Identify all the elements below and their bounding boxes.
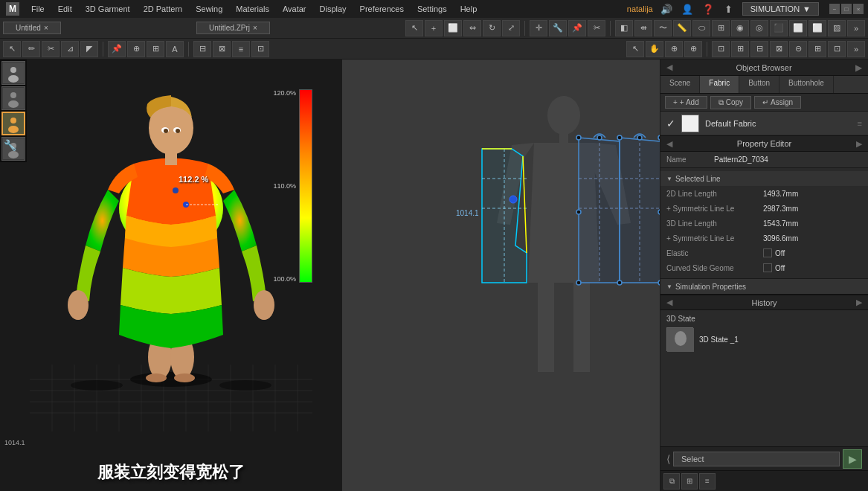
more-tools[interactable]: » — [847, 20, 865, 36]
history-expand[interactable]: ▶ — [856, 298, 862, 307]
sim-properties-header[interactable]: ▼ Simulation Properties — [660, 279, 868, 294]
dist[interactable]: ⊡ — [251, 41, 269, 57]
thumb-view-2[interactable] — [1, 86, 25, 110]
dart-tool[interactable]: ◤ — [80, 41, 98, 57]
tape-tool[interactable]: ⬭ — [692, 20, 710, 36]
scale-tool[interactable]: ⤢ — [502, 20, 520, 36]
annotate[interactable]: A — [166, 41, 184, 57]
fold-2d[interactable]: ⊞ — [147, 41, 164, 57]
fabric-menu-icon[interactable]: ≡ — [858, 119, 862, 128]
history-collapse[interactable]: ◀ — [666, 298, 672, 307]
object-browser-collapse[interactable]: ◀ — [666, 62, 672, 72]
tab-zprj-close[interactable]: × — [253, 24, 257, 32]
add-point-tool[interactable]: + — [425, 20, 443, 36]
2d-nav3[interactable]: ⊕ — [665, 41, 683, 57]
select-dropdown[interactable]: Select — [673, 452, 840, 466]
simulation-button[interactable]: SIMULATION ▼ — [742, 2, 819, 16]
fold-tool[interactable]: ◧ — [615, 20, 633, 36]
tab-scene[interactable]: Scene — [660, 76, 700, 93]
2d-tool6[interactable]: ⊞ — [808, 41, 826, 57]
rotate-tool[interactable]: ↻ — [483, 20, 501, 36]
tab-untitled[interactable]: Untitled × — [3, 22, 61, 34]
wrinkle-tool[interactable]: 〜 — [654, 20, 672, 36]
pin-2d[interactable]: 📌 — [108, 41, 126, 57]
viewport-3d[interactable]: 🔧 — [0, 60, 342, 491]
tab-button[interactable]: Button — [739, 76, 779, 93]
thumb-view-1[interactable] — [1, 61, 25, 85]
thumb-tool-icon[interactable]: 🔧 — [1, 137, 25, 161]
menu-edit[interactable]: Edit — [52, 3, 78, 15]
selected-line-header[interactable]: ▼ Selected Line — [660, 171, 868, 186]
edit-tool-2d[interactable]: ✏ — [22, 41, 40, 57]
stretch-tool[interactable]: ⇺ — [634, 20, 652, 36]
display-tool2[interactable]: ◎ — [750, 20, 768, 36]
bottom-icon-2[interactable]: ⊞ — [681, 473, 698, 490]
thumb-view-3[interactable] — [1, 112, 25, 135]
assign-fabric-button[interactable]: ↵ Assign — [754, 96, 801, 109]
pin-tool[interactable]: 📌 — [568, 20, 586, 36]
menu-avatar[interactable]: Avatar — [277, 3, 312, 15]
cut-tool-2d[interactable]: ✂ — [42, 41, 60, 57]
tab-buttonhole[interactable]: Buttonhole — [779, 76, 834, 93]
2d-tool1[interactable]: ⊡ — [712, 41, 730, 57]
snap-tool[interactable]: ⊞ — [712, 20, 730, 36]
state-item-1[interactable]: 3D State _1 — [666, 327, 862, 351]
seam-tool[interactable]: ⊿ — [61, 41, 79, 57]
2d-tool4[interactable]: ⊠ — [770, 41, 788, 57]
tab-untitled-close[interactable]: × — [44, 24, 48, 32]
volume-icon[interactable]: 🔊 — [659, 1, 674, 16]
select-rect-tool[interactable]: ⬜ — [444, 20, 462, 36]
menu-file[interactable]: File — [25, 3, 51, 15]
garment-tool[interactable]: 🔧 — [549, 20, 567, 36]
display-tool5[interactable]: ⬜ — [808, 20, 826, 36]
transform-tool[interactable]: ⇔ — [463, 20, 481, 36]
help-icon[interactable]: ❓ — [701, 1, 716, 16]
maximize-button[interactable]: □ — [841, 4, 852, 14]
display-tool4[interactable]: ⬜ — [789, 20, 807, 36]
magnet[interactable]: ⊠ — [213, 41, 231, 57]
display-tool1[interactable]: ◉ — [731, 20, 749, 36]
menu-3dgarment[interactable]: 3D Garment — [80, 3, 136, 15]
menu-settings[interactable]: Settings — [411, 3, 453, 15]
2d-tool7[interactable]: ⊡ — [828, 41, 846, 57]
tab-fabric[interactable]: Fabric — [700, 76, 739, 93]
cut-tool[interactable]: ✂ — [588, 20, 605, 36]
select-tool-2d[interactable]: ↖ — [3, 41, 21, 57]
add-fabric-button[interactable]: + + Add — [665, 96, 707, 109]
copy-fabric-button[interactable]: ⧉ Copy — [710, 96, 751, 109]
viewport-2d[interactable]: 1014.1 — [342, 60, 660, 491]
menu-preferences[interactable]: Preferences — [354, 3, 410, 15]
2d-tool5[interactable]: ⊝ — [789, 41, 807, 57]
share-icon[interactable]: ⬆ — [721, 1, 736, 16]
grid-snap[interactable]: ⊟ — [193, 41, 211, 57]
move-tool[interactable]: ✛ — [530, 20, 547, 36]
tab-zprj[interactable]: Untitled.ZPrj × — [196, 22, 270, 34]
2d-more[interactable]: » — [847, 41, 865, 57]
close-button[interactable]: × — [853, 4, 864, 14]
align[interactable]: ≡ — [232, 41, 250, 57]
2d-tool2[interactable]: ⊞ — [731, 41, 749, 57]
minimize-button[interactable]: − — [829, 4, 840, 14]
menu-sewing[interactable]: Sewing — [190, 3, 228, 15]
2d-nav1[interactable]: ↖ — [626, 41, 644, 57]
fabric-list-item[interactable]: ✓ Default Fabric ≡ — [660, 112, 868, 135]
prop-editor-collapse[interactable]: ◀ — [666, 139, 672, 149]
menu-materials[interactable]: Materials — [230, 3, 275, 15]
bottom-icon-3[interactable]: ≡ — [699, 473, 716, 490]
sew-tool[interactable]: ⊕ — [127, 41, 145, 57]
object-browser-close[interactable]: ▶ — [855, 62, 862, 73]
2d-nav4[interactable]: ⊕ — [684, 41, 702, 57]
bottom-collapse-icon[interactable]: ⟨ — [666, 453, 670, 465]
2d-tool3[interactable]: ⊟ — [750, 41, 768, 57]
arrow-tool[interactable]: ↖ — [405, 20, 423, 36]
prop-editor-expand[interactable]: ▶ — [856, 139, 862, 149]
display-tool3[interactable]: ⬛ — [770, 20, 788, 36]
menu-display[interactable]: Display — [314, 3, 353, 15]
user-icon[interactable]: 👤 — [680, 1, 695, 16]
play-button[interactable]: ▶ — [843, 449, 862, 469]
display-tool6[interactable]: ▨ — [828, 20, 846, 36]
measure-tool[interactable]: 📏 — [673, 20, 691, 36]
menu-help[interactable]: Help — [454, 3, 483, 15]
2d-nav2[interactable]: ✋ — [646, 41, 663, 57]
menu-2dpattern[interactable]: 2D Pattern — [138, 3, 189, 15]
